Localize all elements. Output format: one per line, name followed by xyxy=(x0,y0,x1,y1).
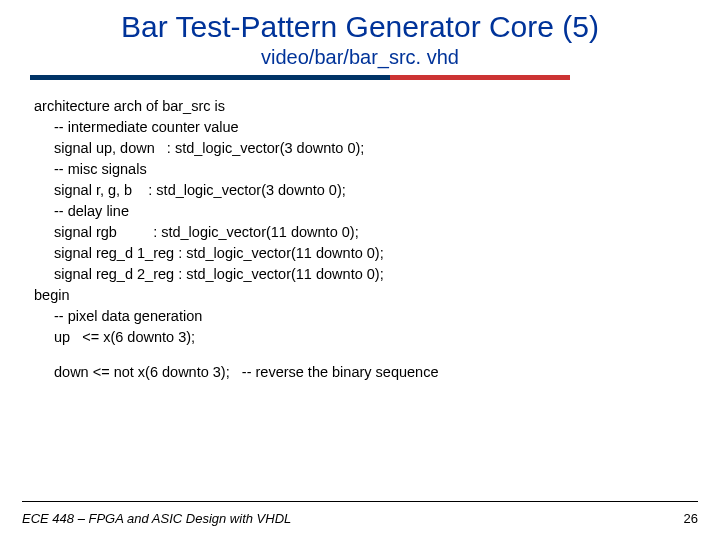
page-number: 26 xyxy=(684,511,698,526)
code-line: signal r, g, b : std_logic_vector(3 down… xyxy=(34,180,720,201)
slide-subtitle: video/bar/bar_src. vhd xyxy=(0,46,720,69)
footer-text: ECE 448 – FPGA and ASIC Design with VHDL xyxy=(22,511,291,526)
code-line: -- delay line xyxy=(34,201,720,222)
title-rule xyxy=(30,75,570,80)
code-line: -- misc signals xyxy=(34,159,720,180)
code-line: up <= x(6 downto 3); xyxy=(34,327,720,348)
slide: Bar Test-Pattern Generator Core (5) vide… xyxy=(0,0,720,540)
code-line: signal rgb : std_logic_vector(11 downto … xyxy=(34,222,720,243)
code-line: signal reg_d 1_reg : std_logic_vector(11… xyxy=(34,243,720,264)
code-line: signal up, down : std_logic_vector(3 dow… xyxy=(34,138,720,159)
footer-divider xyxy=(22,501,698,502)
blank-line xyxy=(34,348,720,362)
rule-dark xyxy=(30,75,390,80)
code-line: down <= not x(6 downto 3); -- reverse th… xyxy=(34,362,720,383)
code-line: -- pixel data generation xyxy=(34,306,720,327)
slide-title: Bar Test-Pattern Generator Core (5) xyxy=(0,0,720,44)
code-line: -- intermediate counter value xyxy=(34,117,720,138)
code-block: architecture arch of bar_src is -- inter… xyxy=(34,96,720,383)
code-line: signal reg_d 2_reg : std_logic_vector(11… xyxy=(34,264,720,285)
rule-red xyxy=(390,75,570,80)
code-line: begin xyxy=(34,285,720,306)
code-line: architecture arch of bar_src is xyxy=(34,96,720,117)
